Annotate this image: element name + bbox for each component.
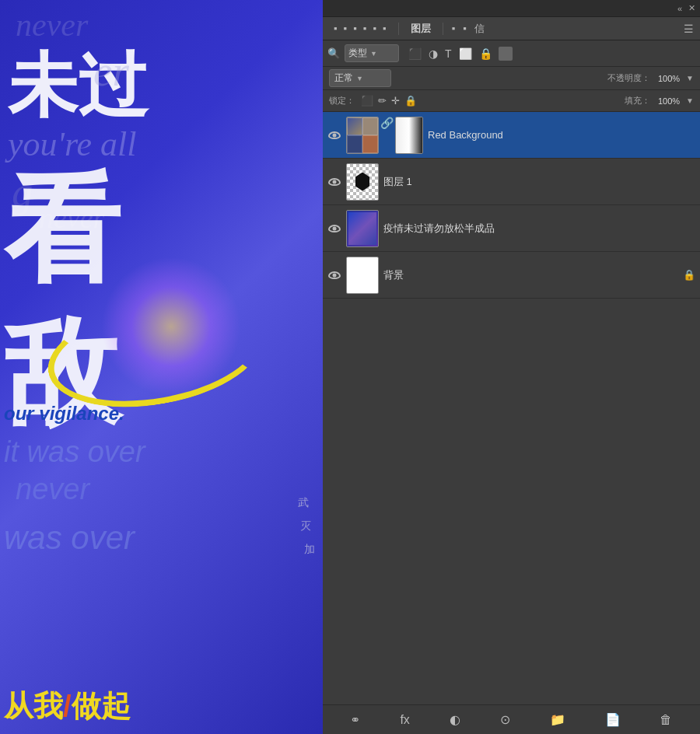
layer-visibility-layer1[interactable] xyxy=(327,175,341,189)
layer-name-layer1[interactable]: 图层 1 xyxy=(383,175,695,189)
fill-value[interactable]: 100% xyxy=(658,96,680,106)
thumb-box-2 xyxy=(362,117,378,135)
layer-item-yiqing[interactable]: 疫情未过请勿放松半成品 xyxy=(323,205,700,252)
layer-thumbs-yiqing xyxy=(346,210,379,247)
text-slash: / xyxy=(63,690,72,722)
text-bottom-zuoqi: 做起 xyxy=(72,690,131,722)
lock-icons-group: ⬛ ✏ ✛ 🔒 xyxy=(361,95,417,107)
panel-icon-1: ▪ xyxy=(332,21,339,36)
lock-row: 锁定： ⬛ ✏ ✛ 🔒 填充： 100% ▼ xyxy=(323,90,700,112)
opacity-dropdown-arrow[interactable]: ▼ xyxy=(686,74,694,82)
layer-thumbs-layer1 xyxy=(346,163,379,201)
close-panel-icon[interactable]: ✕ xyxy=(688,3,695,13)
filter-dropdown-arrow: ▼ xyxy=(370,50,377,58)
filter-type-label: 类型 xyxy=(348,47,367,60)
layer-name-background[interactable]: 背景 xyxy=(383,268,678,282)
layer-thumb-main-yiqing xyxy=(346,210,379,247)
panel-icon-paths[interactable]: ▪ xyxy=(461,21,468,36)
filter-type-dropdown[interactable]: 类型 ▼ xyxy=(345,44,399,62)
filter-smart-icon[interactable]: 🔒 xyxy=(478,46,494,61)
filter-shape-icon[interactable]: ⬜ xyxy=(457,46,474,61)
panel-icon-channels[interactable]: ▪ xyxy=(450,21,457,36)
filter-icons: ⬛ ◑ T ⬜ 🔒 xyxy=(407,46,494,61)
layers-list: 🔗 Red Background 图层 1 xyxy=(323,112,700,704)
blend-mode-dropdown[interactable]: 正常 ▼ xyxy=(329,69,391,87)
toolbar-adjustment-button[interactable]: ◐ xyxy=(445,709,465,730)
filter-pixel-icon[interactable]: ⬛ xyxy=(407,46,423,61)
text-vigilance: our vigilance. xyxy=(4,403,124,425)
layer-link-icon-red-background: 🔗 xyxy=(380,117,394,154)
text-mie: 灭 xyxy=(300,519,311,533)
layer-visibility-red-background[interactable] xyxy=(327,128,341,142)
opacity-value[interactable]: 100% xyxy=(658,74,680,83)
lock-move-icon[interactable]: ✛ xyxy=(391,95,400,107)
thumb-box-3 xyxy=(347,135,362,153)
layers-panel: « ✕ ▪ ▪ ▪ ▪ ▪ ▪ 图层 ▪ ▪ 信 ☰ 🔍 类型 ▼ ⬛ ◑ xyxy=(323,0,700,734)
bg-text-youre-all: you're all xyxy=(8,124,136,164)
opacity-label: 不透明度： xyxy=(607,72,650,84)
canvas-area: never 未过 er you're all g never 看 敌 our v… xyxy=(0,0,323,734)
panel-icon-2: ▪ xyxy=(342,21,349,36)
layer-item-layer1[interactable]: 图层 1 xyxy=(323,159,700,205)
bg-text-er: er xyxy=(93,47,129,96)
layer-item-red-background[interactable]: 🔗 Red Background xyxy=(323,112,700,159)
layer-visibility-yiqing[interactable] xyxy=(327,222,341,236)
eye-icon-background xyxy=(328,271,341,279)
filter-text-icon[interactable]: T xyxy=(443,46,453,61)
panel-icon-4: ▪ xyxy=(362,21,369,36)
layer-name-red-background[interactable]: Red Background xyxy=(428,129,695,141)
toolbar-circle-adj-button[interactable]: ⊙ xyxy=(495,709,515,730)
layer-item-background[interactable]: 背景 🔒 xyxy=(323,252,700,299)
toolbar-delete-button[interactable]: 🗑 xyxy=(655,710,677,730)
text-it-was-over: it was over xyxy=(4,435,145,469)
collapse-double-arrow[interactable]: « xyxy=(677,4,682,13)
toolbar-fx-button[interactable]: fx xyxy=(395,710,414,730)
layer-thumb-main-red-background xyxy=(346,117,379,154)
text-was-over: was over xyxy=(4,519,135,557)
layer-thumb-main-background xyxy=(346,257,379,294)
text-jia: 加 xyxy=(304,543,315,557)
eye-icon-layer1 xyxy=(328,178,341,186)
thumb-shape-layer1 xyxy=(355,173,369,191)
layer-thumbs-background xyxy=(346,257,379,294)
main-char-1: 看 xyxy=(4,171,121,288)
panel-menu-button[interactable]: ☰ xyxy=(684,23,694,35)
layer-mask-red-background xyxy=(395,117,423,154)
toolbar-new-layer-button[interactable]: 📄 xyxy=(600,709,625,730)
layer-thumbs-red-background: 🔗 xyxy=(346,117,423,154)
eye-icon-yiqing xyxy=(328,225,341,232)
lock-paint-icon[interactable]: ✏ xyxy=(378,95,387,107)
layer-locked-icon-background: 🔒 xyxy=(683,269,695,281)
filter-toggle[interactable] xyxy=(499,47,513,61)
search-icon: 🔍 xyxy=(327,47,340,59)
fill-label: 填充： xyxy=(625,95,650,107)
toolbar-link-button[interactable]: ⚭ xyxy=(345,709,365,730)
layer-thumb-main-layer1 xyxy=(346,163,379,201)
panel-tab-xin[interactable]: 信 xyxy=(473,20,486,37)
filter-row: 🔍 类型 ▼ ⬛ ◑ T ⬜ 🔒 xyxy=(323,40,700,67)
panel-title: 图层 xyxy=(406,22,436,36)
mask-gradient-red-bg xyxy=(396,117,422,153)
lock-all-icon[interactable]: 🔒 xyxy=(404,95,417,107)
blend-mode-label: 正常 xyxy=(334,72,353,85)
lock-transparency-icon[interactable]: ⬛ xyxy=(361,95,373,107)
thumb-box-4 xyxy=(362,135,378,153)
blend-mode-row: 正常 ▼ 不透明度： 100% ▼ xyxy=(323,67,700,90)
layer-visibility-background[interactable] xyxy=(327,268,341,282)
thumb-white-bg xyxy=(347,257,378,293)
filter-adjustment-icon[interactable]: ◑ xyxy=(427,46,439,61)
panel-collapse-bar: « ✕ xyxy=(323,0,700,17)
panel-top-icons: ▪ ▪ ▪ ▪ ▪ ▪ xyxy=(329,21,391,36)
toolbar-folder-button[interactable]: 📁 xyxy=(545,709,570,730)
blend-dropdown-arrow: ▼ xyxy=(356,75,363,82)
layer-name-yiqing[interactable]: 疫情未过请勿放松半成品 xyxy=(383,222,695,236)
thumb-checker-layer1 xyxy=(347,164,378,200)
panel-icon-3: ▪ xyxy=(352,21,359,36)
text-bottom: 从我/做起 xyxy=(4,687,131,726)
panel-icon-6: ▪ xyxy=(381,21,388,36)
thumb-yiqing-inner xyxy=(348,212,376,245)
text-never2: never xyxy=(16,473,89,506)
thumb-composite-red-bg xyxy=(347,117,378,153)
panel-header: ▪ ▪ ▪ ▪ ▪ ▪ 图层 ▪ ▪ 信 ☰ xyxy=(323,17,700,40)
fill-dropdown-arrow[interactable]: ▼ xyxy=(686,96,694,105)
